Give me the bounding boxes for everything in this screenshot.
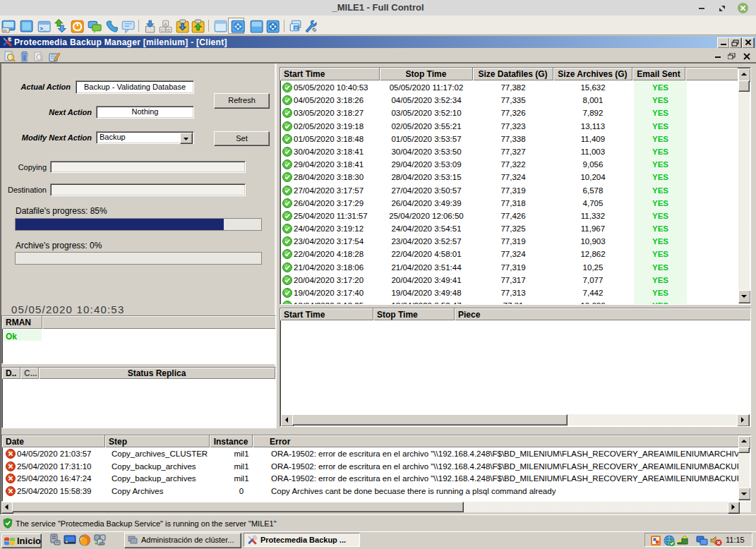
svg-text:xx: xx [3, 28, 7, 32]
svg-text:>_: >_ [40, 25, 47, 32]
svg-text:D: D [167, 28, 170, 32]
svg-text:C: C [161, 28, 164, 32]
svg-text:2: 2 [294, 25, 297, 30]
svg-text:A: A [164, 22, 167, 26]
